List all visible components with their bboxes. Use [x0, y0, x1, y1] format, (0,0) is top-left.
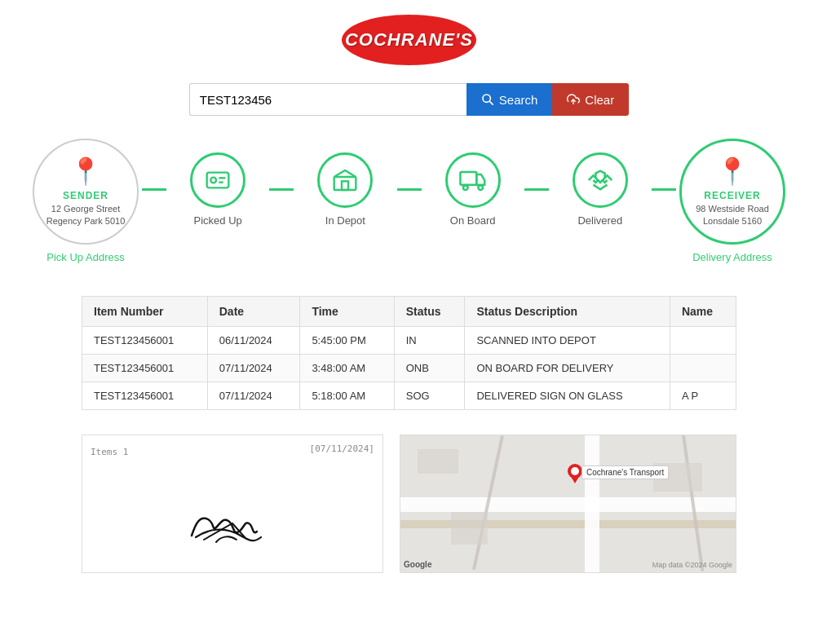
- table-cell-1-3: ONB: [394, 355, 465, 382]
- connector-line-3: [397, 188, 422, 191]
- map-road-vertical: [585, 435, 599, 572]
- map-block-1: [418, 449, 458, 474]
- bottom-section: Items 1 [07/11/2024]: [0, 426, 818, 589]
- map-place-label: Cochrane's Transport: [581, 465, 669, 479]
- table-header-row: Item Number Date Time Status Status Desc…: [82, 297, 736, 327]
- table-cell-1-5: [670, 355, 736, 382]
- svg-marker-14: [570, 475, 580, 483]
- table-cell-1-0: TEST123456001: [82, 355, 208, 382]
- sender-endpoint: 📍 SENDER 12 George Street Regency Park 5…: [33, 139, 139, 263]
- table-cell-0-5: [670, 327, 736, 355]
- connector-line-5: [652, 188, 676, 191]
- col-date: Date: [207, 297, 300, 327]
- table-cell-1-2: 3:48:00 AM: [300, 355, 394, 382]
- upload-icon: [567, 93, 580, 106]
- table-cell-1-1: 07/11/2024: [207, 355, 300, 382]
- svg-rect-9: [460, 172, 476, 185]
- id-card-icon: [205, 167, 231, 193]
- search-icon: [481, 93, 494, 106]
- table-cell-0-3: IN: [394, 327, 465, 355]
- table-cell-2-2: 5:18:00 AM: [300, 382, 394, 410]
- search-button[interactable]: Search: [466, 83, 553, 116]
- google-label: Google: [404, 560, 431, 569]
- svg-point-4: [210, 178, 216, 183]
- table-cell-2-5: A P: [670, 382, 736, 410]
- tracking-table-section: Item Number Date Time Status Status Desc…: [0, 288, 818, 426]
- svg-line-1: [489, 101, 493, 105]
- svg-rect-8: [342, 181, 348, 190]
- table-cell-0-2: 5:45:00 PM: [300, 327, 394, 355]
- map-area: Cochrane's Transport Google Map data ©20…: [400, 434, 736, 573]
- tracking-table: Item Number Date Time Status Status Desc…: [82, 296, 736, 410]
- table-row: TEST12345600107/11/20243:48:00 AMONBON B…: [82, 355, 736, 382]
- table-cell-0-1: 06/11/2024: [207, 327, 300, 355]
- sender-pin-icon: 📍: [69, 156, 102, 187]
- table-cell-2-0: TEST123456001: [82, 382, 208, 410]
- header: COCHRANE'S: [0, 0, 818, 73]
- map-background: Cochrane's Transport Google Map data ©20…: [400, 435, 736, 572]
- col-status-desc: Status Description: [465, 297, 670, 327]
- svg-point-11: [478, 185, 483, 190]
- step-in-depot: In Depot: [294, 152, 396, 227]
- col-item-number: Item Number: [82, 297, 208, 327]
- signature-image: [91, 466, 374, 564]
- sender-address: 12 George Street Regency Park 5010: [46, 203, 126, 228]
- table-cell-0-4: SCANNED INTO DEPOT: [465, 327, 670, 355]
- map-block-3: [451, 512, 488, 545]
- table-cell-2-3: SOG: [394, 382, 465, 410]
- svg-point-13: [571, 467, 579, 475]
- svg-point-10: [463, 185, 468, 190]
- col-name: Name: [670, 297, 736, 327]
- receiver-pin-icon: 📍: [716, 156, 749, 187]
- table-cell-2-4: DELIVERED SIGN ON GLASS: [465, 382, 670, 410]
- signature-svg: [167, 479, 298, 552]
- table-cell-0-0: TEST123456001: [82, 327, 208, 355]
- table-cell-2-1: 07/11/2024: [207, 382, 300, 410]
- step-delivered: Delivered: [549, 152, 652, 227]
- table-row: TEST12345600107/11/20245:18:00 AMSOGDELI…: [82, 382, 736, 410]
- step-picked-up: Picked Up: [166, 152, 269, 227]
- col-time: Time: [300, 297, 394, 327]
- connector-line-4: [524, 188, 549, 191]
- logo: COCHRANE'S: [342, 15, 476, 65]
- search-bar: Search Clear: [0, 73, 818, 130]
- svg-rect-7: [334, 177, 356, 190]
- logo-text: COCHRANE'S: [345, 29, 473, 51]
- receiver-address: 98 Westside Road Lonsdale 5160: [696, 203, 769, 228]
- handshake-icon: [586, 166, 614, 194]
- steps-connector: Picked Up In Depot: [142, 152, 676, 227]
- search-input[interactable]: [189, 83, 466, 116]
- map-copyright: Map data ©2024 Google: [652, 561, 732, 569]
- tracking-section: 📍 SENDER 12 George Street Regency Park 5…: [0, 130, 818, 288]
- clear-button[interactable]: Clear: [552, 83, 629, 116]
- truck-icon: [459, 166, 487, 194]
- signature-area: Items 1 [07/11/2024]: [82, 434, 383, 573]
- step-on-board: On Board: [422, 152, 524, 227]
- connector-line-2: [269, 188, 294, 191]
- table-cell-1-4: ON BOARD FOR DELIVERY: [465, 355, 670, 382]
- connector-line-1: [142, 188, 166, 191]
- table-row: TEST12345600106/11/20245:45:00 PMINSCANN…: [82, 327, 736, 355]
- receiver-endpoint: 📍 RECEIVER 98 Westside Road Lonsdale 516…: [679, 139, 785, 263]
- map-road-horizontal: [400, 497, 736, 512]
- svg-point-0: [483, 95, 490, 102]
- col-status: Status: [394, 297, 465, 327]
- warehouse-icon: [332, 167, 358, 193]
